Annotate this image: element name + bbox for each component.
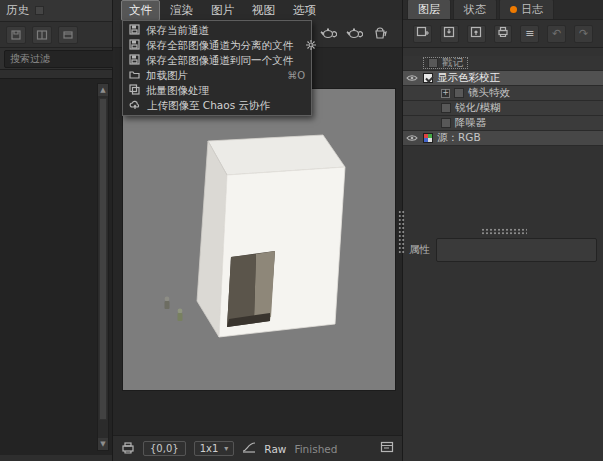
render-status: Finished [294, 443, 337, 455]
tab-label: 状态 [464, 2, 486, 17]
history-search-row: ▾ [0, 48, 112, 70]
redo-button[interactable]: ↷ [574, 25, 593, 43]
menu-shortcut: ⌘O [287, 70, 305, 81]
properties-splitter-handle[interactable] [481, 228, 527, 235]
menubar: 文件 渲染 图片 视图 选项 [113, 0, 402, 20]
save-history-icon [10, 29, 22, 41]
layer-row-stamp[interactable]: 戳记 [403, 56, 603, 71]
pixel-coords: {0,0} [143, 441, 186, 456]
history-settings-button[interactable] [58, 26, 78, 44]
render-viewport[interactable] [122, 88, 396, 391]
layer-label: 镜头特效 [468, 86, 510, 100]
add-layer-button[interactable] [413, 25, 432, 43]
save-preset-button[interactable] [440, 25, 459, 43]
menu-file[interactable]: 文件 [121, 0, 160, 21]
file-menu-dropdown: 保存当前通道 保存全部图像通道为分离的文件 保存全部图像通道到同一个文件 加载图… [122, 20, 312, 116]
visibility-toggle[interactable] [405, 132, 419, 144]
menu-render[interactable]: 渲染 [162, 0, 201, 21]
undo-icon: ↶ [552, 27, 561, 40]
history-scrollbar[interactable]: ▲ ▼ [97, 83, 109, 451]
stamp-layer-marquee: 戳记 [423, 57, 468, 69]
menu-item-load-image[interactable]: 加载图片 ⌘O [123, 68, 311, 83]
layer-label: 锐化/模糊 [455, 101, 501, 115]
eye-icon [406, 72, 418, 84]
compare-ab-button[interactable] [32, 26, 52, 44]
layer-row-display-correction[interactable]: 显示色彩校正 [403, 71, 603, 86]
vray-frame-buffer-window: 历史 ▾ ▲ [0, 0, 603, 461]
properties-field[interactable] [436, 238, 597, 262]
printer-icon [497, 26, 509, 41]
menu-item-label: 保存全部图像通道到同一个文件 [146, 54, 293, 68]
floppy-icon [129, 24, 140, 37]
layer-row-source-rgb[interactable]: 源：RGB [403, 131, 603, 146]
load-preset-button[interactable] [467, 25, 486, 43]
history-panel: 历史 ▾ ▲ [0, 0, 113, 461]
list-icon: ≡ [525, 27, 534, 40]
menu-item-upload-chaos-cloud[interactable]: 上传图像至 Chaos 云协作 [123, 98, 311, 113]
panel-menu-icon[interactable] [35, 6, 44, 15]
menu-item-label: 保存全部图像通道为分离的文件 [146, 39, 293, 53]
layer-tree: 戳记 显示色彩校正 + 镜头特效 锐化/模糊 [403, 56, 603, 146]
tab-stats[interactable]: 状态 [453, 0, 497, 19]
checkbox-icon[interactable] [423, 73, 433, 83]
menu-item-label: 加载图片 [146, 69, 188, 83]
render-teapot-icon[interactable] [346, 25, 363, 43]
rendered-image [123, 89, 395, 390]
stamp-icon[interactable] [121, 441, 135, 457]
eye-icon [406, 132, 418, 144]
print-layers-button[interactable] [494, 25, 513, 43]
render-last-teapot-icon[interactable] [320, 25, 337, 43]
floppy-icon [129, 39, 140, 52]
history-list[interactable]: ▲ ▼ [0, 78, 112, 455]
layer-label: 戳记 [442, 56, 463, 70]
layer-label: 显示色彩校正 [437, 71, 500, 85]
history-panel-header: 历史 [0, 0, 112, 22]
compare-ab-icon [36, 29, 48, 41]
undo-button[interactable]: ↶ [547, 25, 566, 43]
console-icon[interactable] [380, 441, 394, 456]
menu-item-batch-processing[interactable]: 批量图像处理 [123, 83, 311, 98]
scroll-down-icon[interactable]: ▼ [98, 438, 108, 450]
sharpen-blur-icon [441, 103, 451, 113]
zoom-value: 1x1 [200, 443, 219, 454]
menu-item-save-all-separate[interactable]: 保存全部图像通道为分离的文件 [123, 38, 311, 53]
history-settings-icon [62, 29, 74, 41]
layer-row-lens-effects[interactable]: + 镜头特效 [403, 86, 603, 101]
raw-label[interactable]: Raw [264, 443, 286, 455]
scrollbar-track[interactable] [98, 96, 108, 438]
properties-label: 属性 [409, 238, 430, 257]
layer-row-sharpen-blur[interactable]: 锐化/模糊 [403, 101, 603, 116]
zoom-select[interactable]: 1x1 ▾ [194, 441, 235, 456]
statusbar: {0,0} 1x1 ▾ Raw Finished [113, 435, 402, 461]
render-view-area: 文件 渲染 图片 视图 选项 保存当前通道 保存全部图像通道为分离的文件 [113, 0, 402, 461]
visibility-toggle[interactable] [405, 72, 419, 84]
right-tabs: 图层 状态 日志 [403, 0, 603, 20]
menu-item-save-all-single[interactable]: 保存全部图像通道到同一个文件 [123, 53, 311, 68]
stamp-layer-icon [428, 58, 438, 68]
log-status-dot [510, 6, 517, 13]
load-preset-icon [470, 26, 482, 41]
layer-label: 降噪器 [455, 116, 487, 130]
layer-row-denoiser[interactable]: 降噪器 [403, 116, 603, 131]
menu-image[interactable]: 图片 [203, 0, 242, 21]
lens-effects-icon [454, 88, 464, 98]
floppy-icon [129, 54, 140, 67]
menu-item-save-current-channel[interactable]: 保存当前通道 [123, 23, 311, 38]
layers-toolbar: ≡ ↶ ↷ [403, 20, 603, 48]
redo-icon: ↷ [579, 27, 588, 40]
interactive-kettle-icon[interactable] [372, 25, 388, 43]
folder-icon [129, 69, 140, 82]
scroll-up-icon[interactable]: ▲ [98, 84, 108, 96]
menu-item-label: 保存当前通道 [146, 24, 209, 38]
save-options-gear-icon[interactable] [305, 39, 317, 53]
menu-options[interactable]: 选项 [285, 0, 324, 21]
display-correction-icon[interactable] [242, 441, 256, 456]
menu-view[interactable]: 视图 [244, 0, 283, 21]
tab-layers[interactable]: 图层 [407, 0, 451, 19]
expander-icon[interactable]: + [441, 89, 450, 98]
scrollbar-thumb[interactable] [99, 98, 107, 420]
save-history-button[interactable] [6, 26, 26, 44]
layers-panel: 图层 状态 日志 ≡ [402, 0, 603, 461]
tab-log[interactable]: 日志 [499, 0, 554, 19]
tree-view-button[interactable]: ≡ [520, 25, 539, 43]
